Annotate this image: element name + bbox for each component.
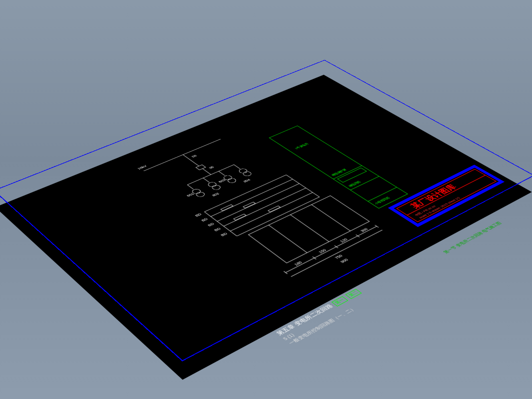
viewport-3d: 10kV 50 95 (0, 0, 532, 399)
blue-frame (0, 60, 532, 362)
